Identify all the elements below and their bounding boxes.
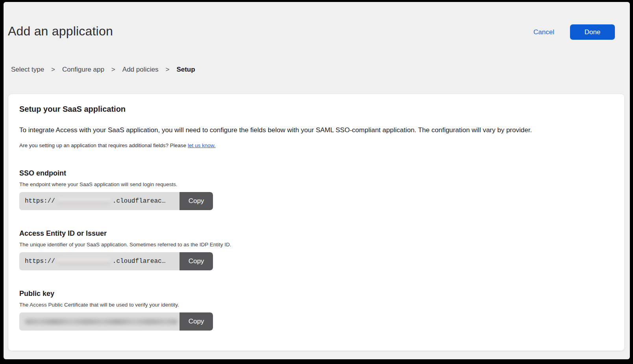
copy-button[interactable]: Copy	[180, 312, 213, 331]
additional-fields-note: Are you setting up an application that r…	[19, 142, 613, 149]
copy-button[interactable]: Copy	[180, 252, 213, 270]
redacted-value-blur	[25, 319, 178, 325]
breadcrumb-step-setup: Setup	[176, 66, 195, 74]
page-header: Add an application Cancel Done	[4, 2, 630, 40]
note-text: Are you setting up an application that r…	[19, 142, 186, 148]
field-section: Access Entity ID or Issuer The unique id…	[19, 229, 613, 270]
field-value-row: https:// .cloudflareac… Copy	[19, 192, 213, 210]
field-section: Public key The Access Public Certificate…	[19, 290, 613, 331]
field-value-prefix: https://	[25, 258, 55, 265]
breadcrumb-separator: >	[111, 66, 115, 74]
fields-container: SSO endpoint The endpoint where your Saa…	[19, 169, 613, 331]
field-value-box	[19, 312, 180, 331]
copy-button[interactable]: Copy	[180, 192, 213, 210]
redacted-value-blur	[56, 198, 111, 205]
let-us-know-link[interactable]: let us know.	[188, 142, 216, 148]
card-intro: To integrate Access with your SaaS appli…	[19, 126, 610, 135]
field-value-suffix: .cloudflareac…	[113, 198, 165, 205]
field-value-row: https:// .cloudflareac… Copy	[19, 252, 213, 270]
breadcrumb-step-configure-app: Configure app	[62, 66, 104, 74]
breadcrumb: Select type > Configure app > Add polici…	[11, 66, 630, 74]
field-value-box: https:// .cloudflareac…	[19, 252, 180, 270]
field-description: The unique identifier of your SaaS appli…	[19, 241, 613, 248]
field-value-prefix: https://	[25, 198, 55, 205]
field-description: The endpoint where your SaaS application…	[19, 181, 613, 188]
card-title: Setup your SaaS application	[19, 104, 613, 115]
field-label: Access Entity ID or Issuer	[19, 229, 613, 238]
page-title: Add an application	[8, 24, 113, 39]
breadcrumb-separator: >	[51, 66, 55, 74]
header-actions: Cancel Done	[533, 24, 615, 40]
app-window: Add an application Cancel Done Select ty…	[4, 2, 630, 359]
breadcrumb-step-select-type: Select type	[11, 66, 44, 74]
field-label: Public key	[19, 290, 613, 298]
field-description: The Access Public Certificate that will …	[19, 301, 613, 308]
done-button[interactable]: Done	[570, 24, 615, 40]
breadcrumb-separator: >	[165, 66, 169, 74]
field-label: SSO endpoint	[19, 169, 613, 177]
setup-card: Setup your SaaS application To integrate…	[8, 94, 625, 351]
field-section: SSO endpoint The endpoint where your Saa…	[19, 169, 613, 210]
field-value-suffix: .cloudflareac…	[113, 258, 165, 265]
field-value-box: https:// .cloudflareac…	[19, 192, 180, 210]
breadcrumb-step-add-policies: Add policies	[122, 66, 159, 74]
redacted-value-blur	[56, 258, 111, 265]
cancel-button[interactable]: Cancel	[533, 28, 554, 36]
field-value-row: Copy	[19, 312, 213, 331]
